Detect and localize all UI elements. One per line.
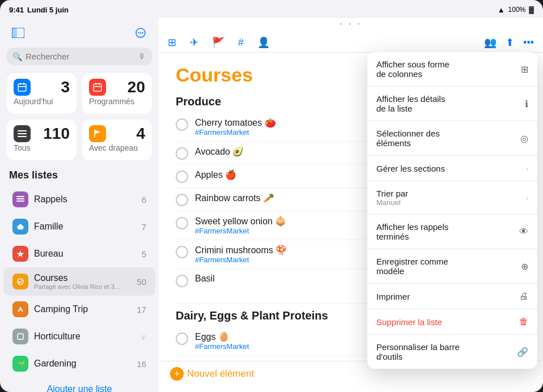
list-icon-Rappels: [12, 191, 28, 207]
dropdown-item-gérer-les-[interactable]: Gérer les sections ›: [367, 156, 537, 181]
svg-rect-9: [23, 83, 24, 85]
dropdown-item-icon: ›: [526, 163, 528, 173]
main-container: 🔍 🎙 3 Aujourd'hui 20 Programmés 110 Tous…: [0, 18, 543, 392]
svg-point-3: [138, 32, 139, 33]
smart-list-today[interactable]: 3 Aujourd'hui: [7, 73, 77, 114]
dropdown-item-icon: ◎: [520, 133, 528, 144]
dropdown-item-label2: d'outils: [376, 352, 517, 361]
more-icon[interactable]: •••: [523, 37, 534, 49]
scheduled-count: 20: [128, 79, 145, 95]
list-info: Gardening: [34, 359, 131, 369]
list-info: Courses Partagé avec Olivia Rico et 3...: [34, 273, 131, 290]
dropdown-item-label: Afficher les détails: [376, 94, 525, 104]
dropdown-panel: Afficher sous forme de colonnes ⊞ Affich…: [367, 52, 537, 369]
list-item-courses[interactable]: Courses Partagé avec Olivia Rico et 3...…: [3, 267, 155, 296]
dropdown-item-sub: Manuel: [376, 198, 526, 207]
flag-icon[interactable]: 🚩: [212, 36, 224, 49]
reminder-circle[interactable]: [176, 171, 188, 183]
sidebar-more-button[interactable]: [131, 24, 150, 42]
list-info: Bureau: [34, 249, 136, 259]
list-item-famille[interactable]: Famille 7: [3, 213, 155, 240]
list-icon-Bureau: [12, 246, 28, 262]
list-item-bureau[interactable]: Bureau 5: [3, 240, 155, 267]
svg-rect-7: [18, 86, 26, 87]
all-label: Tous: [14, 143, 70, 152]
list-item-rappels[interactable]: Rappels 6: [3, 186, 155, 213]
list-item-horticulture[interactable]: Horticulture ∨: [3, 323, 155, 350]
dropdown-item-label: Imprimer: [376, 292, 519, 301]
status-bar-left: 9:41 Lundi 5 juin: [9, 6, 69, 14]
share-people-icon[interactable]: 👥: [484, 36, 497, 49]
reminder-circle[interactable]: [176, 147, 188, 160]
dropdown-item-label: Afficher sous forme: [376, 59, 521, 69]
smart-list-all[interactable]: 110 Tous: [7, 120, 77, 160]
list-info: Camping Trip: [34, 304, 131, 314]
new-item-button[interactable]: + Nouvel élément: [170, 367, 254, 381]
list-icon-Camping Trip: [12, 301, 28, 317]
list-item-camping-trip[interactable]: Camping Trip 17: [3, 296, 155, 323]
dropdown-item-imprimer[interactable]: Imprimer 🖨: [367, 284, 537, 309]
dropdown-item-trier-par[interactable]: Trier par Manuel ›: [367, 181, 537, 215]
dropdown-item-sélectionn[interactable]: Sélectionner des éléments ◎: [367, 121, 537, 156]
share-icon[interactable]: ⬆: [506, 36, 514, 49]
time: 9:41: [9, 6, 24, 14]
reminder-circle[interactable]: [176, 246, 188, 258]
dropdown-item-afficher-l[interactable]: Afficher les détails de la liste ℹ: [367, 87, 537, 121]
svg-rect-19: [16, 198, 24, 199]
dropdown-item-left: Imprimer: [376, 292, 519, 301]
add-list-button[interactable]: Ajouter une liste: [0, 377, 159, 392]
reminder-circle[interactable]: [176, 194, 188, 206]
dropdown-item-label: Personnaliser la barre: [376, 342, 517, 352]
svg-point-4: [140, 32, 141, 33]
search-input[interactable]: [26, 52, 135, 61]
svg-rect-6: [18, 84, 26, 91]
dropdown-item-icon: ⊞: [521, 64, 528, 75]
grid-icon[interactable]: ⊞: [168, 36, 176, 49]
reminder-circle[interactable]: [176, 333, 188, 345]
search-bar[interactable]: 🔍 🎙: [7, 48, 152, 65]
toolbar-right: 👥 ⬆ •••: [484, 36, 534, 49]
reminder-circle[interactable]: [176, 118, 188, 131]
svg-rect-12: [95, 83, 96, 85]
reminder-circle[interactable]: [176, 217, 188, 229]
list-info: Horticulture: [34, 331, 135, 342]
svg-rect-18: [16, 196, 24, 197]
svg-rect-13: [99, 83, 100, 85]
dropdown-item-label2: terminés: [376, 232, 519, 241]
dropdown-item-icon: 🗑: [519, 317, 528, 327]
person-icon[interactable]: 👤: [257, 36, 270, 49]
microphone-icon[interactable]: 🎙: [138, 52, 146, 61]
list-icon-Horticulture: [12, 329, 28, 344]
dropdown-item-label: Sélectionner des: [376, 129, 520, 138]
dropdown-item-label: Afficher les rappels: [376, 222, 519, 232]
dropdown-item-supprimer-[interactable]: Supprimer la liste 🗑: [367, 309, 537, 335]
svg-rect-21: [19, 227, 22, 229]
smart-list-scheduled[interactable]: 20 Programmés: [82, 73, 152, 114]
status-bar-right: ▲ 100% ▓: [498, 6, 534, 14]
svg-rect-23: [18, 334, 23, 339]
dropdown-item-left: Gérer les sections: [376, 164, 526, 173]
list-item-gardening[interactable]: 🌱 Gardening 16: [3, 350, 155, 377]
list-icon-Famille: [12, 219, 28, 235]
dropdown-item-enregistre[interactable]: Enregistrer comme modèle ⊕: [367, 249, 537, 284]
svg-rect-8: [20, 83, 21, 85]
svg-rect-0: [12, 28, 17, 38]
dropdown-item-personnali[interactable]: Personnaliser la barre d'outils 🔗: [367, 335, 537, 369]
dropdown-item-afficher-s[interactable]: Afficher sous forme de colonnes ⊞: [367, 52, 537, 87]
search-icon: 🔍: [12, 52, 22, 61]
list-count: 16: [137, 359, 146, 369]
reminder-circle[interactable]: [176, 275, 188, 287]
svg-rect-11: [94, 86, 101, 87]
sidebar-toggle-button[interactable]: [9, 24, 27, 42]
send-icon[interactable]: ✈: [190, 36, 198, 49]
smart-list-flagged[interactable]: 4 Avec drapeau: [82, 120, 152, 160]
dropdown-item-left: Afficher les détails de la liste: [376, 94, 525, 113]
hashtag-icon[interactable]: #: [238, 37, 244, 49]
svg-rect-16: [18, 136, 27, 137]
battery-label: 100%: [508, 6, 526, 14]
today-icon: [14, 79, 31, 96]
smart-lists-grid: 3 Aujourd'hui 20 Programmés 110 Tous 4 A…: [0, 73, 159, 169]
svg-rect-10: [94, 84, 101, 91]
status-bar: 9:41 Lundi 5 juin ▲ 100% ▓: [0, 0, 543, 18]
dropdown-item-afficher-l[interactable]: Afficher les rappels terminés 👁: [367, 215, 537, 249]
